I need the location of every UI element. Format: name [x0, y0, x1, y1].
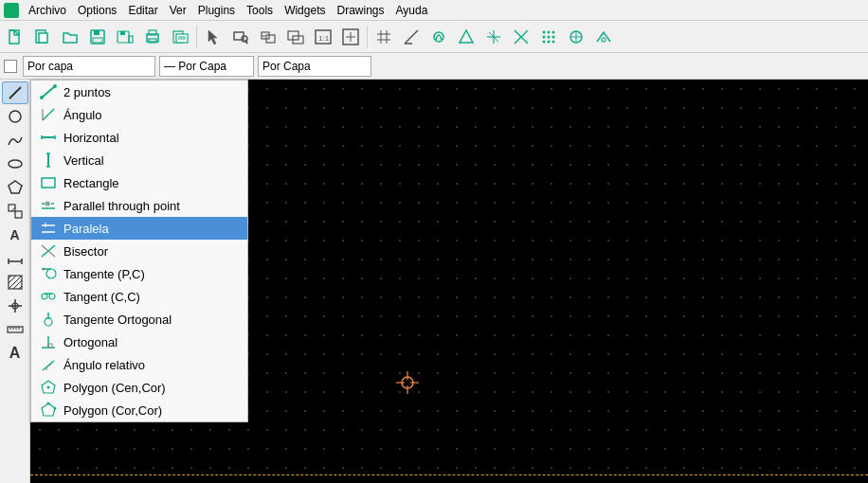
- menu-item-2puntos[interactable]: 2 puntos: [31, 80, 247, 103]
- svg-point-54: [552, 40, 555, 43]
- snap-angle-button[interactable]: [398, 24, 425, 50]
- zoom-real-button[interactable]: 1:1: [310, 24, 336, 50]
- snap-endpoint-button[interactable]: [425, 24, 452, 50]
- select-pointer-button[interactable]: [200, 24, 226, 50]
- main-toolbar: 1:1: [0, 21, 868, 53]
- angle-icon: [39, 105, 58, 124]
- menu-item-tangente-pc[interactable]: Tangente (P,C): [31, 262, 247, 285]
- layer-select[interactable]: Por capa: [23, 56, 155, 77]
- font-size-button[interactable]: A: [2, 342, 28, 365]
- menu-item-vertical[interactable]: Vertical: [31, 149, 247, 171]
- menubar: Archivo Options Editar Ver Plugins Tools…: [0, 0, 868, 21]
- angle-rel-icon: [39, 355, 58, 374]
- svg-rect-15: [149, 39, 156, 43]
- svg-point-107: [42, 294, 47, 299]
- svg-point-110: [45, 318, 52, 326]
- svg-rect-9: [93, 38, 102, 43]
- snap-restrict-button[interactable]: [590, 24, 617, 50]
- svg-point-51: [552, 35, 555, 38]
- menu-options[interactable]: Options: [72, 2, 122, 19]
- polygon-corcor-icon: [39, 401, 58, 420]
- menu-label-paralela: Paralela: [63, 222, 109, 236]
- ruler-button[interactable]: [2, 318, 28, 341]
- zoom-all-button[interactable]: [337, 24, 364, 50]
- menu-plugins[interactable]: Plugins: [192, 2, 241, 19]
- paralela-icon: [39, 219, 58, 238]
- menu-item-polygon-corcor[interactable]: Polygon (Cor,Cor): [31, 399, 247, 421]
- svg-rect-6: [39, 33, 47, 43]
- zoom-prev-button[interactable]: [255, 24, 281, 50]
- move-rotate-button[interactable]: [2, 200, 28, 223]
- menu-item-tangente-ortogonal[interactable]: Tangente Ortogonal: [31, 308, 247, 331]
- menu-archivo[interactable]: Archivo: [23, 2, 72, 19]
- spline-tool-button[interactable]: [2, 129, 28, 152]
- svg-point-50: [548, 35, 551, 38]
- menu-item-paralela[interactable]: Paralela: [31, 217, 247, 240]
- snap-center-button[interactable]: [480, 24, 507, 50]
- ellipse-tool-button[interactable]: [2, 152, 28, 175]
- svg-rect-11: [120, 31, 125, 35]
- svg-line-103: [48, 251, 55, 257]
- zoom-in-button[interactable]: [282, 24, 309, 50]
- menu-tools[interactable]: Tools: [241, 2, 279, 19]
- svg-point-46: [543, 30, 546, 33]
- snap-intersection-button[interactable]: [508, 24, 534, 50]
- print-button[interactable]: [139, 24, 166, 50]
- svg-point-106: [43, 268, 45, 271]
- menu-label-tangent-cc: Tangent (C,C): [63, 290, 140, 304]
- menu-label-vertical: Vertical: [63, 153, 104, 168]
- line-tool-button[interactable]: [2, 81, 28, 104]
- menu-item-ortogonal[interactable]: Ortogonal: [31, 331, 247, 353]
- sep1: [196, 26, 197, 48]
- color-select[interactable]: — Por Capa: [159, 56, 254, 77]
- menu-item-angulo[interactable]: Ángulo: [31, 103, 247, 126]
- svg-point-118: [47, 386, 50, 389]
- new-template-button[interactable]: [29, 24, 56, 50]
- menu-item-parallel-through[interactable]: Parallel through point: [31, 194, 247, 217]
- snap-toggle-button[interactable]: [2, 295, 28, 317]
- menu-item-polygon-cencor[interactable]: Polygon (Cen,Cor): [31, 376, 247, 399]
- menu-ver[interactable]: Ver: [164, 2, 192, 19]
- save-button[interactable]: [84, 24, 111, 50]
- dimension-button[interactable]: [2, 247, 28, 270]
- print-preview-button[interactable]: [167, 24, 193, 50]
- menu-editar[interactable]: Editar: [122, 2, 163, 19]
- grid-button[interactable]: [371, 24, 397, 50]
- parallel-through-icon: [39, 196, 58, 215]
- snap-grid-button[interactable]: [535, 24, 562, 50]
- tangent-cc-icon: [39, 287, 58, 306]
- left-panel: A A: [0, 80, 30, 483]
- linetype-select[interactable]: Por Capa: [258, 56, 371, 77]
- polygon-tool-button[interactable]: [2, 176, 28, 199]
- snap-midpoint-button[interactable]: [453, 24, 479, 50]
- svg-point-60: [9, 111, 21, 122]
- menu-item-rectangle[interactable]: Rectangle: [31, 171, 247, 194]
- save-as-button[interactable]: [112, 24, 138, 50]
- hatch-button[interactable]: [2, 271, 28, 294]
- svg-point-61: [9, 160, 22, 168]
- menu-widgets[interactable]: Widgets: [279, 2, 331, 19]
- zoom-window-button[interactable]: [227, 24, 254, 50]
- svg-point-121: [54, 407, 57, 410]
- tangent-ortho-icon: [39, 310, 58, 329]
- svg-line-83: [42, 86, 55, 98]
- menu-item-horizontal[interactable]: Horizontal: [31, 126, 247, 149]
- svg-point-49: [543, 35, 546, 38]
- menu-label-horizontal: Horizontal: [63, 131, 119, 145]
- menu-item-angulo-relativo[interactable]: Ángulo relativo: [31, 353, 247, 376]
- menu-ayuda[interactable]: Ayuda: [390, 2, 434, 19]
- menu-label-angulo-relativo: Ángulo relativo: [63, 358, 145, 372]
- menu-item-bisector[interactable]: Bisector: [31, 240, 247, 262]
- open-button[interactable]: [57, 24, 83, 50]
- menu-item-tangent-cc[interactable]: Tangent (C,C): [31, 285, 247, 308]
- line-dropdown-menu: 2 puntos Ángulo Horizontal Vertical Rect: [30, 80, 248, 422]
- circle-tool-button[interactable]: [2, 105, 28, 128]
- horizontal-icon: [39, 128, 58, 147]
- snap-free-button[interactable]: [563, 24, 589, 50]
- ortho-icon: [39, 332, 58, 351]
- text-button[interactable]: A: [2, 224, 28, 246]
- menu-drawings[interactable]: Drawings: [331, 2, 389, 19]
- new-button[interactable]: [2, 24, 28, 50]
- svg-point-22: [242, 36, 247, 42]
- layer-visibility-check[interactable]: [4, 60, 17, 73]
